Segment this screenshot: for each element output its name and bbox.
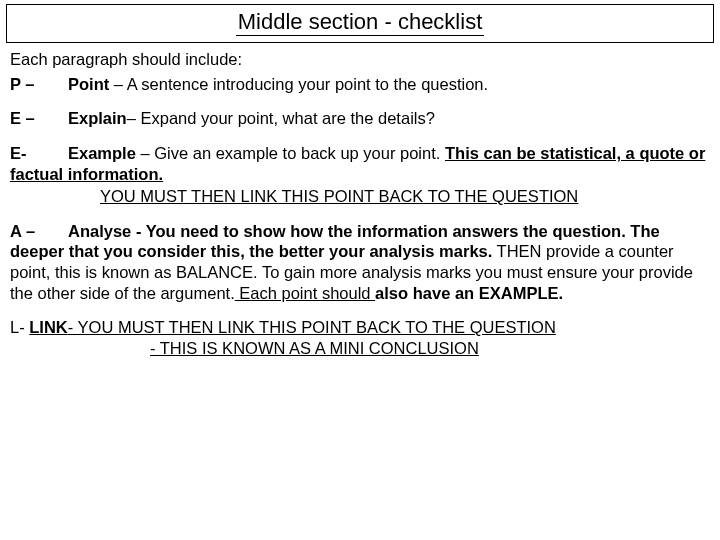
letter-e1: E – [10,108,68,129]
rest-point: – A sentence introducing your point to t… [109,75,488,93]
row-analyse: A –Analyse - You need to show how the in… [10,221,710,304]
page-title: Middle section - checklist [236,9,485,36]
letter-e2: E- [10,143,68,164]
a-eachpoint: Each point should [235,284,375,302]
title-bar: Middle section - checklist [6,4,714,43]
row-explain: E –Explain– Expand your point, what are … [10,108,710,129]
mid-example: – Give an example to back up your point. [136,144,445,162]
content-area: Each paragraph should include: P –Point … [0,43,720,359]
row-example: E-Example – Give an example to back up y… [10,143,710,207]
example-linkback: YOU MUST THEN LINK THIS POINT BACK TO TH… [100,186,710,207]
body-e1: Explain– Expand your point, what are the… [68,109,435,127]
key-point: Point [68,75,109,93]
intro-line: Each paragraph should include: [10,49,710,70]
key-analyse: Analyse [68,222,131,240]
key-example: Example [68,144,136,162]
a-part3: also have an EXAMPLE. [375,284,563,302]
key-link: LINK [29,318,68,336]
body-a: Analyse - You need to show how the infor… [10,222,693,302]
key-explain: Explain [68,109,127,127]
body-e2: Example – Give an example to back up you… [10,144,705,183]
body-p: Point – A sentence introducing your poin… [68,75,488,93]
rest-explain: – Expand your point, what are the detail… [127,109,435,127]
letter-a: A – [10,221,68,242]
l-rest1: - YOU MUST THEN LINK THIS POINT BACK TO … [68,318,556,336]
l-prefix: L- [10,318,29,336]
letter-p: P – [10,74,68,95]
row-link: L- LINK- YOU MUST THEN LINK THIS POINT B… [10,317,710,358]
row-point: P –Point – A sentence introducing your p… [10,74,710,95]
l-rest2: - THIS IS KNOWN AS A MINI CONCLUSION [150,338,710,359]
